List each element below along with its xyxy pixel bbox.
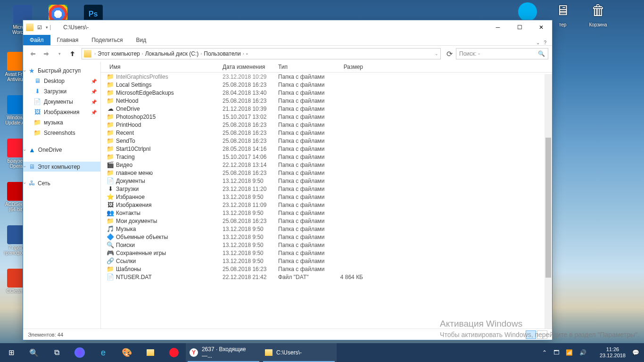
file-icon: 🎮 <box>106 249 115 256</box>
tab-view[interactable]: Вид <box>129 35 153 45</box>
address-bar[interactable]: ›Этот компьютер ›Локальный диск (C:) ›По… <box>82 48 441 59</box>
table-row[interactable]: 📄NTUSER.DAT22.12.2018 21:42Файл "DAT"4 8… <box>101 273 552 281</box>
file-icon: 📄 <box>106 177 115 184</box>
battery-icon[interactable]: 🗔 <box>553 349 559 356</box>
desktop-icon-recycle[interactable]: 🗑Корзина <box>585 2 611 27</box>
breadcrumb[interactable]: - <box>244 50 250 57</box>
table-row[interactable]: 🎬Видео22.12.2018 13:14Папка с файлами <box>101 161 552 169</box>
network-icon: 🖧 <box>29 180 35 187</box>
taskbar-app-yandex[interactable]: Y2637 · Входящие —... <box>186 343 261 362</box>
table-row[interactable]: 🔗Ссылки13.12.2018 9:50Папка с файлами <box>101 257 552 265</box>
qat-icon[interactable]: ☑ <box>37 25 42 31</box>
folder-icon: 📁 <box>33 129 41 137</box>
nav-quick-item[interactable]: 📁музыка <box>23 117 100 128</box>
table-row[interactable]: 📁NetHood25.08.2018 16:23Папка с файлами <box>101 97 552 105</box>
file-icon: 🔷 <box>106 233 115 240</box>
table-row[interactable]: 🎵Музыка13.12.2018 9:50Папка с файлами <box>101 225 552 233</box>
table-row[interactable]: 🔍Поиски13.12.2018 9:50Папка с файлами <box>101 241 552 249</box>
titlebar[interactable]: ☑ ▾ │ C:\Users\- ─ ☐ ✕ <box>23 20 552 34</box>
volume-icon[interactable]: 🔊 <box>579 349 586 356</box>
breadcrumb[interactable]: Пользователи <box>202 50 242 57</box>
activation-watermark: Активация Windows Чтобы активировать Win… <box>440 319 639 338</box>
col-name[interactable]: Имя <box>101 64 223 70</box>
nav-network[interactable]: 🖧Сеть <box>23 178 100 188</box>
taskbar-app-opera[interactable] <box>162 343 186 362</box>
table-row[interactable]: ☁OneDrive21.12.2018 10:39Папка с файлами <box>101 105 552 113</box>
start-button[interactable]: ⊞ <box>0 343 23 362</box>
clock[interactable]: 11:2623.12.2018 <box>600 346 626 359</box>
nav-recent-icon[interactable]: ▾ <box>53 48 66 60</box>
table-row[interactable]: 📁Recent25.08.2018 16:23Папка с файлами <box>101 129 552 137</box>
column-headers[interactable]: Имя Дата изменения Тип Размер <box>101 62 552 73</box>
nav-quick-item[interactable]: 📄Документы📌 <box>23 97 100 107</box>
taskbar-app-explorer-window[interactable]: C:\Users\- <box>261 343 337 362</box>
table-row[interactable]: 📁Photoshop201515.10.2017 13:02Папка с фа… <box>101 113 552 121</box>
tab-file[interactable]: Файл <box>23 35 50 45</box>
search-button[interactable]: 🔍 <box>23 343 45 362</box>
table-row[interactable]: 📁MicrosoftEdgeBackups28.04.2018 13:40Пап… <box>101 89 552 97</box>
taskview-button[interactable]: ⧉ <box>45 343 68 362</box>
system-tray[interactable]: ⌃ 🗔 📶 🔊 11:2623.12.2018 💬 <box>537 346 644 359</box>
search-input[interactable]: Поиск: -🔍 <box>456 48 548 59</box>
nav-quick-item[interactable]: ⬇Загрузки📌 <box>23 86 100 97</box>
notifications-icon[interactable]: 💬 <box>632 349 639 356</box>
nav-this-pc[interactable]: 🖥Этот компьютер <box>23 162 100 172</box>
file-icon: 📁 <box>106 217 115 224</box>
file-icon: 📁 <box>106 129 115 136</box>
table-row[interactable]: 📁главное меню25.08.2018 16:23Папка с фай… <box>101 169 552 177</box>
nav-quick-item[interactable]: 🖼Изображения📌 <box>23 107 100 117</box>
nav-quick-item[interactable]: 📁Screenshots <box>23 128 100 138</box>
table-row[interactable]: 📁Start10Ctrlpnl28.05.2018 14:16Папка с ф… <box>101 145 552 153</box>
table-row[interactable]: ⭐Избранное13.12.2018 9:50Папка с файлами <box>101 193 552 201</box>
col-date[interactable]: Дата изменения <box>223 64 278 70</box>
taskbar-app-cortana[interactable] <box>68 343 91 362</box>
ribbon-expand-icon[interactable]: ⌄ ? <box>530 40 552 45</box>
table-row[interactable]: 📄Документы13.12.2018 9:50Папка с файлами <box>101 177 552 185</box>
table-row[interactable]: 📁PrintHood25.08.2018 16:23Папка с файлам… <box>101 121 552 129</box>
tab-share[interactable]: Поделиться <box>85 35 129 45</box>
taskbar-app-edge[interactable]: e <box>91 343 115 362</box>
nav-up-button[interactable]: 🠙 <box>66 48 79 60</box>
window-title: C:\Users\- <box>63 24 487 31</box>
desktop-icon-pc[interactable]: 🖥тер <box>550 2 576 27</box>
nav-forward-button[interactable]: 🠚 <box>40 48 52 60</box>
table-row[interactable]: 📁SendTo25.08.2018 16:23Папка с файлами <box>101 137 552 145</box>
nav-onedrive[interactable]: ▲OneDrive <box>23 145 100 155</box>
table-row[interactable]: 📁IntelGraphicsProfiles23.12.2018 10:29Па… <box>101 73 552 81</box>
table-row[interactable]: 📁Tracing15.10.2017 14:06Папка с файлами <box>101 153 552 161</box>
star-icon: ★ <box>29 67 35 74</box>
table-row[interactable]: ⬇Загрузки23.12.2018 11:20Папка с файлами <box>101 185 552 193</box>
nav-quick-access[interactable]: ★Быстрый доступ <box>23 66 100 76</box>
tray-chevron-icon[interactable]: ⌃ <box>542 349 547 356</box>
close-button[interactable]: ✕ <box>530 20 552 34</box>
file-icon: 📁 <box>106 73 115 80</box>
table-row[interactable]: 📁Local Settings25.08.2018 16:23Папка с ф… <box>101 81 552 89</box>
qat-dropdown-icon[interactable]: ▾ │ <box>46 25 52 30</box>
chevron-down-icon[interactable]: ⌄ <box>435 51 438 56</box>
file-icon: 🖼 <box>106 201 115 208</box>
taskbar-app-explorer[interactable] <box>139 343 162 362</box>
breadcrumb[interactable]: Локальный диск (C:) <box>143 50 201 57</box>
maximize-button[interactable]: ☐ <box>509 20 530 34</box>
table-row[interactable]: 📁Шаблоны25.08.2018 16:23Папка с файлами <box>101 265 552 273</box>
table-row[interactable]: 📁Мои документы25.08.2018 16:23Папка с фа… <box>101 217 552 225</box>
col-type[interactable]: Тип <box>278 64 335 70</box>
table-row[interactable]: 🖼Изображения23.12.2018 11:09Папка с файл… <box>101 201 552 209</box>
scrollbar[interactable] <box>545 74 552 329</box>
nav-back-button[interactable]: 🠘 <box>27 48 39 60</box>
breadcrumb[interactable]: Этот компьютер <box>96 50 142 57</box>
search-icon: 🔍 <box>538 50 545 57</box>
minimize-button[interactable]: ─ <box>487 20 509 34</box>
table-row[interactable]: 🔷Объемные объекты13.12.2018 9:50Папка с … <box>101 233 552 241</box>
folder-icon: 🖥 <box>33 77 41 85</box>
col-size[interactable]: Размер <box>335 64 366 70</box>
table-row[interactable]: 🎮Сохраненные игры13.12.2018 9:50Папка с … <box>101 249 552 257</box>
taskbar-app-paint[interactable]: 🎨 <box>115 343 139 362</box>
refresh-button[interactable]: ⟳ <box>444 49 455 58</box>
wifi-icon[interactable]: 📶 <box>566 349 573 356</box>
nav-quick-item[interactable]: 🖥Desktop📌 <box>23 76 100 86</box>
tab-home[interactable]: Главная <box>50 35 85 45</box>
file-list: Имя Дата изменения Тип Размер 📁IntelGrap… <box>101 62 552 329</box>
file-icon: 📁 <box>106 97 115 104</box>
table-row[interactable]: 👥Контакты13.12.2018 9:50Папка с файлами <box>101 209 552 217</box>
